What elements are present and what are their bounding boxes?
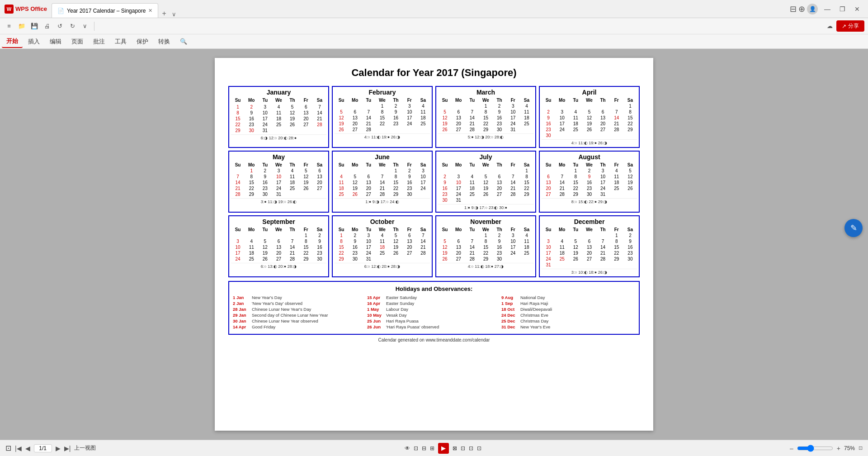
undo-icon[interactable]: ↺	[54, 21, 65, 32]
tab-title: Year 2017 Calendar – Singapore	[67, 8, 146, 14]
print-icon[interactable]: 🖨	[42, 21, 52, 32]
floating-action-btn[interactable]: ✎	[844, 219, 863, 237]
status-icon3[interactable]: ⊞	[430, 445, 434, 451]
cloud-save-icon[interactable]: ☁	[827, 23, 833, 29]
calendar-day: 23	[623, 250, 637, 256]
day-header: Fr	[610, 162, 623, 168]
menu-search[interactable]: 🔍	[175, 36, 192, 47]
menu-icon[interactable]: ≡	[4, 21, 14, 32]
day-header: Sa	[416, 97, 430, 103]
first-page-btn[interactable]: |◀	[15, 445, 22, 452]
calendar-day: 28	[231, 191, 245, 197]
calendar-day: 7	[610, 109, 623, 115]
redo-icon[interactable]: ↻	[67, 21, 78, 32]
calendar-day: 17	[416, 180, 430, 185]
active-tab[interactable]: 📄 Year 2017 Calendar – Singapore ✕	[52, 3, 158, 18]
zoom-slider[interactable]	[797, 445, 833, 452]
calendar-day: 9	[582, 174, 596, 180]
menu-insert[interactable]: 插入	[24, 36, 44, 48]
menu-page[interactable]: 页面	[67, 36, 88, 48]
calendar-day: 24	[596, 185, 610, 191]
toggle-panels-icon[interactable]: ⊟	[790, 4, 797, 14]
tab-close-btn[interactable]: ✕	[148, 8, 152, 14]
view-btn-active[interactable]: ▶	[438, 443, 449, 454]
calendar-day: 4	[520, 103, 533, 109]
zoom-fit-icon[interactable]: ⊡	[859, 445, 863, 451]
app-name: WPS Office	[15, 5, 47, 12]
calendar-day: 1	[389, 168, 403, 174]
day-header: Tu	[258, 162, 272, 168]
calendar-day: 26	[438, 256, 452, 262]
holiday-entry: 9 Aug National Day	[501, 295, 635, 300]
close-button[interactable]: ✕	[852, 5, 863, 13]
status-icon4[interactable]: ⊠	[453, 445, 457, 451]
day-header: Su	[335, 227, 348, 233]
month-august: AugustSuMoTuWeThFrSa12345678910111213141…	[539, 151, 640, 213]
user-avatar[interactable]: 👤	[807, 4, 818, 14]
tab-dropdown[interactable]: ∨	[170, 11, 178, 18]
prev-view-label[interactable]: 上一视图	[74, 444, 96, 452]
calendar-day: 11	[555, 244, 569, 250]
empty-day	[610, 133, 623, 138]
last-page-btn[interactable]: ▶|	[64, 445, 71, 452]
calendar-day: 12	[623, 174, 637, 180]
empty-day	[375, 127, 389, 133]
menu-start[interactable]: 开始	[2, 35, 23, 48]
empty-day	[452, 233, 465, 238]
calendar-day: 22	[245, 185, 258, 191]
zoom-in-btn[interactable]: +	[837, 445, 840, 452]
menu-comment[interactable]: 批注	[89, 36, 109, 48]
dropdown-icon[interactable]: ∨	[80, 21, 90, 32]
page-number-input[interactable]	[34, 444, 52, 452]
calendar-day: 29	[610, 256, 623, 262]
next-page-btn[interactable]: ▶	[56, 445, 61, 452]
calendar-day: 12	[258, 244, 272, 250]
status-icon1[interactable]: ⊡	[414, 445, 418, 451]
empty-day	[623, 133, 637, 138]
menu-convert[interactable]: 转换	[154, 36, 175, 48]
month-title-march: March	[438, 89, 533, 96]
calendar-day: 30	[542, 133, 555, 138]
calendar-day: 5	[348, 174, 362, 180]
holiday-date: 24 Dec	[501, 313, 519, 318]
save-icon[interactable]: 💾	[29, 21, 40, 32]
menu-edit[interactable]: 编辑	[45, 36, 66, 48]
new-tab-btn[interactable]: +	[158, 10, 170, 18]
expand-icon[interactable]: ⊡	[5, 444, 11, 452]
calendar-day: 6	[582, 238, 596, 244]
eye-icon[interactable]: 👁	[405, 445, 410, 451]
3d-view-icon[interactable]: ⊕	[798, 4, 805, 14]
open-file-icon[interactable]: 📁	[16, 21, 27, 32]
prev-page-btn[interactable]: ◀	[25, 445, 30, 452]
calendar-day: 14	[596, 244, 610, 250]
calendar-day: 1	[245, 168, 258, 174]
calendar-day: 9	[403, 174, 416, 180]
empty-day	[335, 168, 348, 174]
day-header: Fr	[610, 227, 623, 233]
day-header: Mo	[452, 97, 465, 103]
day-header: Su	[542, 227, 555, 233]
day-header: Fr	[506, 227, 520, 233]
holiday-entry: 15 Apr Easter Saturday	[367, 295, 501, 300]
month-title-september: September	[231, 218, 326, 225]
share-button[interactable]: ↗ 分享	[836, 20, 864, 32]
calendar-day: 20	[348, 121, 362, 127]
calendar-day: 1	[569, 168, 582, 174]
empty-day	[582, 233, 596, 238]
month-title-july: July	[438, 153, 533, 161]
zoom-out-btn[interactable]: –	[790, 445, 793, 452]
status-icon6[interactable]: ⊡	[469, 445, 473, 451]
calendar-day: 9	[313, 238, 326, 244]
status-icon7[interactable]: ⊡	[477, 445, 481, 451]
calendar-day: 28	[465, 127, 479, 133]
maximize-button[interactable]: ❐	[837, 5, 848, 13]
calendar-day: 10	[506, 109, 520, 115]
menu-tools[interactable]: 工具	[110, 36, 131, 48]
menu-protect[interactable]: 保护	[132, 36, 153, 48]
empty-day	[555, 133, 569, 138]
menu-bar: 开始 插入 编辑 页面 批注 工具 保护 转换 🔍	[0, 34, 868, 49]
status-icon5[interactable]: ⊡	[461, 445, 465, 451]
minimize-button[interactable]: —	[821, 5, 833, 13]
status-icon2[interactable]: ⊟	[422, 445, 426, 451]
calendar-day: 22	[335, 250, 348, 256]
